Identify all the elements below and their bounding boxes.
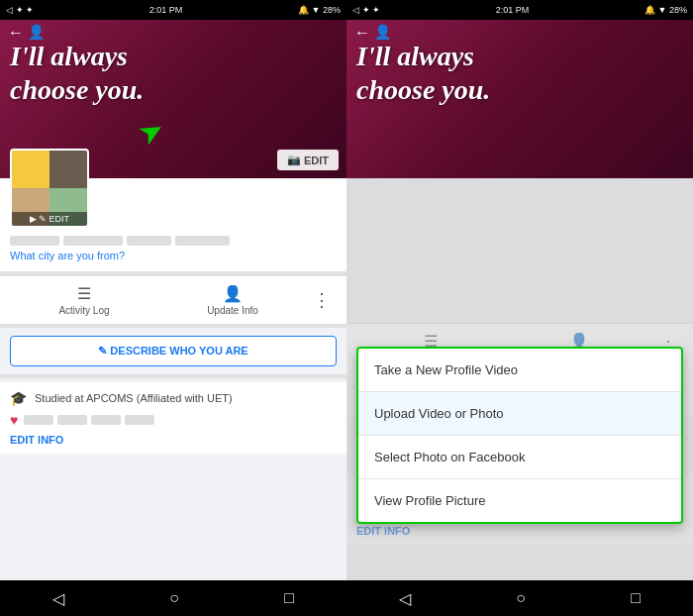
heart-row-left: ♥ [10, 412, 337, 428]
profile-options-dropdown: Take a New Profile Video Upload Video or… [356, 347, 683, 524]
battery-left: 🔔 ▼ 28% [298, 5, 341, 15]
info-section-left: 🎓 Studied at APCOMS (Affiliated with UET… [0, 382, 346, 454]
gap-2 [0, 324, 346, 328]
home-nav-right[interactable]: ○ [516, 589, 526, 607]
time-right: 2:01 PM [496, 5, 530, 15]
school-icon-left: 🎓 [10, 390, 27, 406]
action-row-left: ☰ Activity Log 👤 Update Info ⋮ [0, 275, 346, 324]
cover-photo-right: ← 👤 I'll always choose you. [346, 20, 693, 178]
gap-3 [0, 374, 346, 378]
list-icon: ☰ [77, 284, 91, 303]
signal-icons-left: ◁ ✦ ✦ [6, 5, 34, 15]
camera-icon: 📷 [287, 154, 301, 166]
take-profile-video-option[interactable]: Take a New Profile Video [358, 349, 681, 392]
cover-text-left: I'll always choose you. [10, 40, 144, 106]
pic-cell-1 [12, 151, 50, 188]
video-icon: ▶ [30, 214, 37, 224]
studied-item-left: 🎓 Studied at APCOMS (Affiliated with UET… [10, 390, 337, 406]
back-nav-right[interactable]: ◁ [399, 589, 411, 608]
activity-log-button[interactable]: ☰ Activity Log [10, 284, 158, 316]
left-panel: ◁ ✦ ✦ 2:01 PM 🔔 ▼ 28% ← 👤 I'll always ch… [0, 0, 346, 616]
cover-text-right: I'll always choose you. [356, 40, 490, 106]
profile-edit-label[interactable]: ▶ ✎ EDIT [12, 212, 87, 226]
content-area-right: Take a New Profile Video Upload Video or… [346, 178, 693, 616]
arrow-indicator: ➤ [132, 110, 170, 153]
update-info-button[interactable]: 👤 Update Info [158, 284, 307, 316]
status-bar-right: ◁ ✦ ✦ 2:01 PM 🔔 ▼ 28% [346, 0, 693, 20]
person-icon-right: 👤 [374, 24, 391, 40]
select-photo-facebook-option[interactable]: Select Photo on Facebook [358, 436, 681, 479]
name-placeholder [10, 236, 337, 246]
signal-icons-right: ◁ ✦ ✦ [352, 5, 380, 15]
status-bar-left: ◁ ✦ ✦ 2:01 PM 🔔 ▼ 28% [0, 0, 346, 20]
back-nav-left[interactable]: ◁ [52, 589, 64, 608]
edit-info-button-left[interactable]: EDIT INFO [10, 434, 337, 446]
pic-cell-2 [50, 151, 87, 188]
right-panel: ◁ ✦ ✦ 2:01 PM 🔔 ▼ 28% ← 👤 I'll always ch… [346, 0, 693, 616]
recents-nav-left[interactable]: □ [284, 589, 294, 607]
battery-right: 🔔 ▼ 28% [644, 5, 687, 15]
person-edit-icon: 👤 [223, 284, 243, 303]
profile-section-left: ▶ ✎ EDIT What city are you from? [0, 178, 346, 271]
nav-bar-left: ◁ ○ □ [0, 580, 346, 616]
person-icon-left: 👤 [28, 24, 45, 40]
upload-video-photo-option[interactable]: Upload Video or Photo [358, 392, 681, 436]
more-options-button[interactable]: ⋮ [307, 289, 337, 311]
city-link[interactable]: What city are you from? [10, 250, 337, 261]
heart-icon-left: ♥ [10, 412, 18, 428]
time-left: 2:01 PM [149, 5, 183, 15]
nav-bar-right: ◁ ○ □ [346, 580, 693, 616]
cover-edit-button[interactable]: 📷 EDIT [277, 150, 339, 170]
describe-button-left[interactable]: ✎ DESCRIBE WHO YOU ARE [10, 336, 337, 366]
view-profile-picture-option[interactable]: View Profile Picture [358, 479, 681, 522]
home-nav-left[interactable]: ○ [169, 589, 179, 607]
profile-picture-left[interactable]: ▶ ✎ EDIT [10, 149, 89, 228]
recents-nav-right[interactable]: □ [631, 589, 641, 607]
